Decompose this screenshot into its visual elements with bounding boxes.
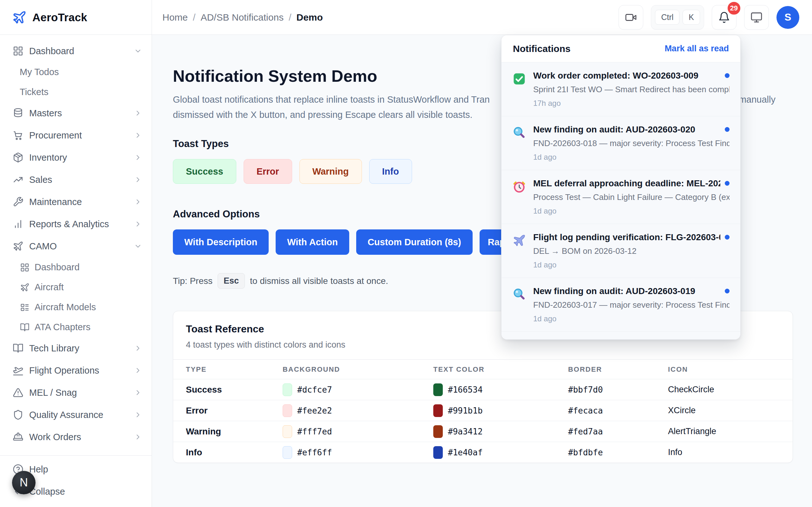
sidebar-item-aircraft-models[interactable]: Aircraft Models xyxy=(0,297,152,317)
sidebar-item-tickets[interactable]: Tickets xyxy=(0,82,152,102)
sidebar-item-work-orders[interactable]: Work Orders xyxy=(0,426,152,448)
success-toast-button[interactable]: Success xyxy=(173,159,236,184)
background-cell: #eff6ff xyxy=(283,446,433,459)
app-logo[interactable]: AeroTrack xyxy=(0,0,152,35)
notification-body: New finding on audit: AUD-202603-019FND-… xyxy=(533,286,729,323)
grid-icon-svg xyxy=(20,263,30,272)
notification-item[interactable]: MEL deferral approaching deadline: MEL-2… xyxy=(502,170,740,224)
table-row-warning: Warning#fff7ed#9a3412#fed7aaAlertTriangl… xyxy=(173,421,793,442)
with-description-button[interactable]: With Description xyxy=(173,229,269,255)
sidebar-item-label: Quality Assurance xyxy=(29,410,103,420)
sidebar-nav: DashboardMy TodosTicketsMastersProcureme… xyxy=(0,40,152,448)
sidebar-item-label: Dashboard xyxy=(29,46,74,56)
grid-icon xyxy=(13,46,23,56)
list-icon xyxy=(20,302,30,312)
sidebar-item-label: MEL / Snag xyxy=(29,388,77,398)
custom-duration-8s-button[interactable]: Custom Duration (8s) xyxy=(356,229,473,255)
shield-icon xyxy=(13,409,23,420)
topbar: Home / AD/SB Notifications / Demo Ctrl K… xyxy=(152,0,812,35)
type-cell: Error xyxy=(186,406,283,416)
mark-all-as-read-link[interactable]: Mark all as read xyxy=(664,44,729,54)
sidebar-item-tech-library[interactable]: Tech Library xyxy=(0,337,152,359)
unread-dot xyxy=(725,181,729,186)
command-palette-shortcut[interactable]: Ctrl K xyxy=(651,5,704,30)
sidebar-item-my-todos[interactable]: My Todos xyxy=(0,62,152,82)
sidebar-item-camo[interactable]: CAMO xyxy=(0,235,152,257)
notification-time: 1d ago xyxy=(533,261,729,269)
table-row-success: Success#dcfce7#166534#bbf7d0CheckCircle xyxy=(173,379,793,400)
background-hex: #dcfce7 xyxy=(297,385,332,395)
sidebar-item-label: Tickets xyxy=(20,87,49,97)
with-action-button[interactable]: With Action xyxy=(275,229,349,255)
text-color-swatch xyxy=(433,383,443,396)
notification-body: New finding on audit: AUD-202603-020FND-… xyxy=(533,124,729,162)
background-swatch xyxy=(283,383,292,396)
notification-title: MEL deferral approaching deadline: MEL-2… xyxy=(533,178,720,188)
sidebar-item-ata-chapters[interactable]: ATA Chapters xyxy=(0,317,152,337)
text-color-hex: #1e40af xyxy=(448,448,483,457)
plane-icon xyxy=(20,283,30,292)
book-open-icon xyxy=(13,343,23,354)
table-row-error: Error#fee2e2#991b1b#fecacaXCircle xyxy=(173,400,793,421)
notification-subtitle: FND-202603-018 — major severity: Process… xyxy=(533,138,729,148)
database-icon xyxy=(13,108,23,118)
warning-toast-button[interactable]: Warning xyxy=(299,159,362,184)
magnifier-emoji-icon xyxy=(512,287,526,301)
notifications-button[interactable]: 29 xyxy=(712,5,737,30)
background-hex: #fee2e2 xyxy=(297,406,332,415)
notification-item[interactable]: New finding on audit: AUD-202603-020FND-… xyxy=(502,116,740,170)
sidebar-item-sales[interactable]: Sales xyxy=(0,169,152,191)
notification-item[interactable]: Work order completed: WO-202603-009Sprin… xyxy=(502,62,740,116)
list-icon-svg xyxy=(20,302,30,312)
sidebar-item-maintenance[interactable]: Maintenance xyxy=(0,191,152,213)
avatar[interactable]: S xyxy=(776,6,799,29)
notifications-panel: Notifications Mark all as read Work orde… xyxy=(501,35,741,340)
wrench-icon-svg xyxy=(13,196,23,207)
sidebar-item-masters[interactable]: Masters xyxy=(0,102,152,124)
breadcrumb-home[interactable]: Home xyxy=(162,12,188,23)
icon-name-cell: XCircle xyxy=(668,406,780,415)
dev-overlay-badge[interactable]: N xyxy=(12,471,36,494)
sidebar-item-inventory[interactable]: Inventory xyxy=(0,147,152,169)
breadcrumb-section[interactable]: AD/SB Notifications xyxy=(200,12,284,23)
chevron-right-icon xyxy=(134,198,142,206)
sidebar-item-label: Work Orders xyxy=(29,432,81,442)
breadcrumb-separator: / xyxy=(193,12,195,23)
plane-takeoff-icon xyxy=(13,365,23,376)
sidebar-item-flight-operations[interactable]: Flight Operations xyxy=(0,359,152,382)
hard-hat-icon xyxy=(13,432,23,442)
video-button[interactable] xyxy=(618,5,643,30)
tip-suffix: to dismiss all visible toasts at once. xyxy=(250,276,388,286)
sidebar-item-dashboard[interactable]: Dashboard xyxy=(0,40,152,62)
sidebar-item-mel-snag[interactable]: MEL / Snag xyxy=(0,382,152,404)
notification-body: Work order completed: WO-202603-009Sprin… xyxy=(533,71,729,108)
magnifier-icon xyxy=(512,287,526,301)
chevron-right-icon xyxy=(134,433,142,441)
sidebar-item-reports-analytics[interactable]: Reports & Analytics xyxy=(0,213,152,235)
notification-item[interactable]: MEL deferral approaching deadline: MEL-2… xyxy=(502,332,740,340)
sidebar-item-aircraft[interactable]: Aircraft xyxy=(0,277,152,297)
text-color-cell: #9a3412 xyxy=(433,425,568,438)
info-toast-button[interactable]: Info xyxy=(369,159,412,184)
sidebar-item-label: Aircraft xyxy=(35,282,64,292)
notification-item[interactable]: New finding on audit: AUD-202603-019FND-… xyxy=(502,278,740,332)
sidebar-item-procurement[interactable]: Procurement xyxy=(0,124,152,147)
breadcrumb-current: Demo xyxy=(297,12,323,23)
sidebar-item-quality-assurance[interactable]: Quality Assurance xyxy=(0,404,152,426)
notification-item[interactable]: Flight log pending verification: FLG-202… xyxy=(502,224,740,278)
alarm-clock-icon xyxy=(512,180,526,193)
notification-title: Flight log pending verification: FLG-202… xyxy=(533,232,720,242)
chevron-down-icon-svg xyxy=(134,242,142,250)
shield-icon-svg xyxy=(13,409,23,420)
k-key: K xyxy=(682,10,700,25)
notification-title: New finding on audit: AUD-202603-019 xyxy=(533,286,720,296)
sidebar-item-dashboard[interactable]: Dashboard xyxy=(0,257,152,277)
text-color-swatch xyxy=(433,446,443,459)
description-line1-right: manually xyxy=(739,92,775,107)
chevron-right-icon-svg xyxy=(134,366,142,375)
notification-time: 1d ago xyxy=(533,153,729,162)
error-toast-button[interactable]: Error xyxy=(244,159,292,184)
display-button[interactable] xyxy=(744,5,769,30)
chevron-down-icon xyxy=(134,242,142,250)
text-color-hex: #991b1b xyxy=(448,406,483,415)
